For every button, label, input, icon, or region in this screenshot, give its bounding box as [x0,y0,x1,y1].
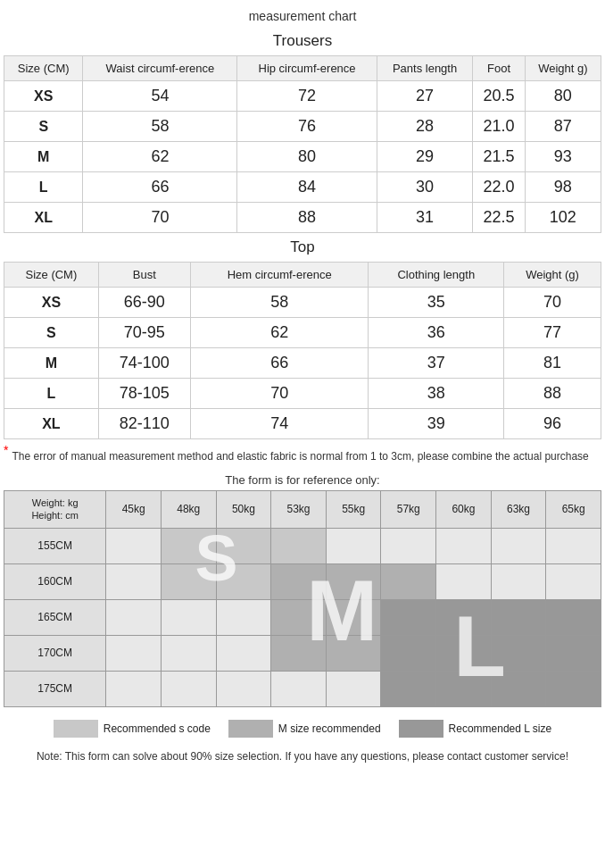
trousers-header-hip: Hip circumf-erence [237,56,377,81]
grid-data-cell [381,671,436,706]
grid-data-cell [106,635,162,671]
size-cell: S [4,112,83,142]
hip-cell: 84 [237,172,377,203]
grid-data-cell [546,635,601,671]
hem-cell: 62 [190,318,369,348]
grid-data-cell [271,528,327,563]
table-row: L 78-105 70 38 88 [4,379,601,409]
weight-cell: 102 [525,203,601,233]
waist-cell: 66 [83,172,237,203]
grid-row: 175CM [4,671,601,706]
grid-data-cell [161,599,216,635]
top-section: Top Size (CM) Bust Hem circumf-erence Cl… [0,233,605,439]
legend-s-box [54,720,98,738]
trousers-title: Trousers [4,27,601,55]
grid-data-cell [106,599,162,635]
top-header-size: Size (CM) [4,263,99,288]
grid-weight-header: 55kg [326,491,381,529]
trousers-table: Size (CM) Waist circumf-erence Hip circu… [4,55,601,233]
grid-weight-header: 50kg [216,491,271,529]
table-row: S 58 76 28 21.0 87 [4,112,601,142]
grid-data-cell [271,599,327,635]
top-header-hem: Hem circumf-erence [190,263,369,288]
grid-weight-header: 65kg [546,491,601,529]
grid-weight-header: 57kg [381,491,436,529]
hip-cell: 76 [237,112,377,142]
grid-data-cell [326,671,381,706]
waist-cell: 62 [83,142,237,172]
grid-data-cell [381,528,436,563]
grid-height-cell: 155CM [4,528,106,563]
grid-data-cell [381,563,436,599]
grid-data-cell [491,671,546,706]
length-cell: 37 [369,348,504,379]
grid-data-cell [491,528,546,563]
grid-data-cell [326,528,381,563]
table-row: S 70-95 62 36 77 [4,318,601,348]
legend-m-box [228,720,273,738]
size-cell: XL [4,203,83,233]
legend-m: M size recommended [228,720,381,738]
waist-cell: 54 [83,81,237,112]
trousers-header-foot: Foot [473,56,525,81]
waist-cell: 70 [83,203,237,233]
pants-cell: 31 [377,203,473,233]
legend-s-label: Recommended s code [104,722,211,735]
legend-row: Recommended s code M size recommended Re… [0,713,605,745]
size-cell: L [4,379,99,409]
trousers-header-waist: Waist circumf-erence [83,56,237,81]
table-row: XL 82-110 74 39 96 [4,409,601,439]
table-row: XS 66-90 58 35 70 [4,288,601,318]
top-header-bust: Bust [98,263,190,288]
grid-data-cell [216,563,271,599]
grid-weight-header: 48kg [161,491,216,529]
pants-cell: 28 [377,112,473,142]
grid-height-cell: 175CM [4,671,106,706]
grid-data-cell [491,599,546,635]
grid-weight-header: 63kg [491,491,546,529]
top-title: Top [4,233,601,262]
top-header-weight: Weight (g) [504,263,601,288]
trousers-header-pants: Pants length [377,56,473,81]
grid-data-cell [326,635,381,671]
legend-l: Recommended L size [399,720,552,738]
grid-height-cell: 160CM [4,563,106,599]
weight-cell: 80 [525,81,601,112]
weight-cell: 93 [525,142,601,172]
grid-data-cell [216,599,271,635]
grid-data-cell [106,563,162,599]
grid-weight-header: 60kg [436,491,492,529]
bust-cell: 66-90 [98,288,190,318]
bust-cell: 70-95 [98,318,190,348]
grid-data-cell [106,528,162,563]
hip-cell: 88 [237,203,377,233]
weight-cell: 96 [504,409,601,439]
size-cell: M [4,348,99,379]
top-table: Size (CM) Bust Hem circumf-erence Clothi… [4,262,601,439]
ref-title: The form is for reference only: [0,470,605,490]
grid-data-cell [436,599,492,635]
size-cell: L [4,172,83,203]
grid-row: 165CM [4,599,601,635]
bust-cell: 78-105 [98,379,190,409]
legend-l-box [399,720,443,738]
foot-cell: 21.0 [473,112,525,142]
grid-data-cell [216,635,271,671]
grid-row: 170CM [4,635,601,671]
grid-data-cell [436,528,492,563]
hem-cell: 66 [190,348,369,379]
grid-data-cell [326,563,381,599]
top-header-length: Clothing length [369,263,504,288]
grid-weight-header: 45kg [106,491,162,529]
foot-cell: 21.5 [473,142,525,172]
size-cell: S [4,318,99,348]
grid-data-cell [546,671,601,706]
hem-cell: 58 [190,288,369,318]
grid-row: 160CM [4,563,601,599]
grid-data-cell [271,563,327,599]
grid-data-cell [546,528,601,563]
grid-height-cell: 170CM [4,635,106,671]
weight-cell: 87 [525,112,601,142]
legend-s: Recommended s code [54,720,211,738]
legend-l-label: Recommended L size [449,722,552,735]
